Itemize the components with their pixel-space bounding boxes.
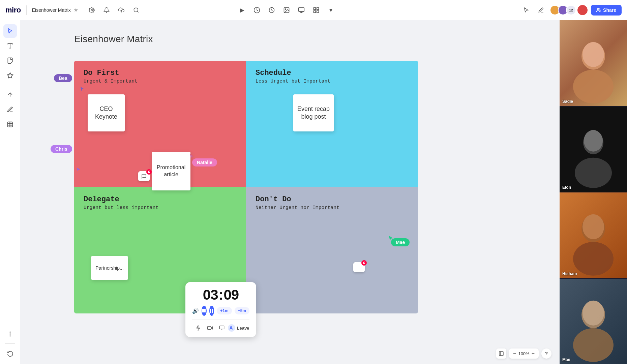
timer-stop-button[interactable] — [202, 306, 207, 316]
leave-label: Leave — [237, 326, 249, 331]
marker-tool[interactable] — [3, 103, 17, 116]
tool-sep-2 — [5, 343, 15, 344]
svg-point-25 — [10, 334, 10, 334]
undo-btn[interactable] — [3, 346, 17, 360]
svg-point-39 — [231, 327, 232, 328]
help-button[interactable]: ? — [541, 348, 551, 359]
timer-pause-button[interactable] — [209, 306, 214, 316]
text-tool[interactable] — [3, 39, 17, 53]
sticky-promotional-article[interactable]: Promotional article — [152, 152, 190, 190]
timer-display: 03 : 09 — [192, 287, 249, 303]
video-tile-sadie[interactable]: Sadie — [560, 20, 627, 106]
svg-point-43 — [573, 70, 614, 103]
current-user-avatar[interactable] — [577, 4, 588, 16]
sticky-event-recap[interactable]: Event recap blog post — [293, 94, 334, 131]
svg-point-52 — [573, 328, 614, 362]
timer-screen-button[interactable] — [216, 322, 228, 334]
svg-point-49 — [573, 242, 614, 276]
svg-rect-13 — [314, 10, 316, 12]
delegate-subtitle: Urgent but less important — [84, 205, 237, 210]
zoom-out-button[interactable]: − — [513, 351, 516, 357]
sidebar-toggle-button[interactable] — [496, 348, 506, 359]
video-panel: Sadie Elon Hisham — [560, 20, 627, 364]
svg-point-46 — [575, 157, 612, 188]
zoom-in-button[interactable]: + — [532, 351, 535, 357]
frame-tool[interactable] — [3, 118, 17, 131]
share-button[interactable]: Share — [591, 5, 622, 16]
board-title: Eisenhower Matrix — [74, 34, 153, 44]
svg-rect-31 — [198, 326, 199, 328]
comment-badge-1[interactable]: 6 — [138, 171, 150, 181]
delegate-title: Delegate — [84, 195, 237, 204]
main-area: Eisenhower Matrix Do First Urgent & Impo… — [0, 20, 627, 364]
timer-camera-button[interactable] — [204, 322, 216, 334]
svg-rect-35 — [208, 326, 211, 329]
comment-count-2: 6 — [361, 260, 367, 266]
timer-seconds: 09 — [224, 287, 239, 303]
timer2-icon[interactable] — [266, 4, 278, 16]
svg-point-50 — [583, 214, 604, 239]
timer-bottom-controls: Leave — [192, 319, 249, 334]
do-first-subtitle: Urgent & Important — [84, 79, 237, 84]
volume-icon[interactable]: 🔊 — [192, 308, 199, 314]
video-tile-hisham[interactable]: Hisham — [560, 192, 627, 278]
video-tile-elon[interactable]: Elon — [560, 107, 627, 192]
more-tools-icon[interactable]: ▾ — [325, 4, 337, 16]
play-icon[interactable]: ▶ — [236, 4, 248, 16]
svg-point-26 — [10, 332, 10, 332]
share-label: Share — [603, 7, 616, 13]
sticky-partnership[interactable]: Partnership... — [91, 256, 128, 280]
dont-do-title: Don't Do — [256, 195, 409, 204]
zoom-control: − 100% + — [509, 348, 539, 359]
upload-icon[interactable] — [116, 5, 127, 16]
svg-marker-34 — [211, 327, 213, 329]
timer-mic-button[interactable] — [192, 322, 204, 334]
video-label-hisham: Hisham — [562, 271, 577, 276]
timer-add-1m-button[interactable]: +1m — [217, 307, 232, 314]
timer-icon[interactable] — [251, 4, 263, 16]
svg-rect-12 — [317, 7, 319, 9]
svg-point-2 — [134, 8, 138, 12]
select-tool[interactable] — [3, 24, 17, 38]
sticky-ceo-keynote[interactable]: CEO Keynote — [88, 94, 125, 131]
avatar-count[interactable]: 12 — [566, 5, 576, 15]
timer-add-5m-button[interactable]: +5m — [235, 307, 249, 314]
timer-colon: : — [219, 287, 223, 303]
present-icon[interactable] — [295, 4, 307, 16]
video-label-mae: Mae — [562, 357, 570, 362]
search-icon[interactable] — [131, 5, 142, 16]
sticky-note-tool[interactable] — [3, 54, 17, 67]
comment-count-1: 6 — [146, 169, 152, 175]
shape-tool[interactable] — [3, 69, 17, 82]
svg-rect-8 — [298, 7, 304, 11]
apps-icon[interactable] — [310, 4, 322, 16]
tool-sep-1 — [5, 85, 15, 85]
annotation-icon[interactable] — [535, 4, 547, 16]
canvas-area[interactable]: Eisenhower Matrix Do First Urgent & Impo… — [20, 20, 560, 364]
pen-tool[interactable] — [3, 88, 17, 101]
svg-point-27 — [10, 336, 10, 336]
center-toolbar: ▶ ▾ — [236, 4, 337, 16]
dont-do-subtitle: Neither Urgent nor Important — [256, 205, 409, 210]
more-tools-btn[interactable] — [3, 327, 17, 341]
schedule-subtitle: Less Urgent but Important — [256, 79, 409, 84]
svg-rect-20 — [7, 122, 12, 127]
miro-logo[interactable]: miro — [5, 6, 21, 14]
video-tile-mae[interactable]: Mae — [560, 279, 627, 364]
topbar-icons — [86, 5, 142, 16]
divider-1 — [26, 5, 27, 15]
svg-point-15 — [597, 8, 599, 10]
notifications-icon[interactable] — [101, 5, 112, 16]
collab-chris-bubble: Chris — [51, 145, 72, 153]
star-icon[interactable]: ★ — [73, 7, 78, 13]
svg-rect-40 — [499, 352, 503, 356]
svg-rect-28 — [202, 309, 206, 312]
timer-leave-button[interactable]: Leave — [228, 324, 249, 332]
comment-badge-2[interactable]: 6 — [353, 262, 365, 272]
cursor-mode-icon[interactable] — [520, 4, 532, 16]
settings-icon[interactable] — [86, 5, 97, 16]
quadrant-dont-do: Don't Do Neither Urgent nor Important — [246, 187, 418, 313]
left-toolbar — [0, 20, 20, 364]
svg-rect-14 — [317, 10, 319, 12]
image-icon[interactable] — [280, 4, 293, 16]
